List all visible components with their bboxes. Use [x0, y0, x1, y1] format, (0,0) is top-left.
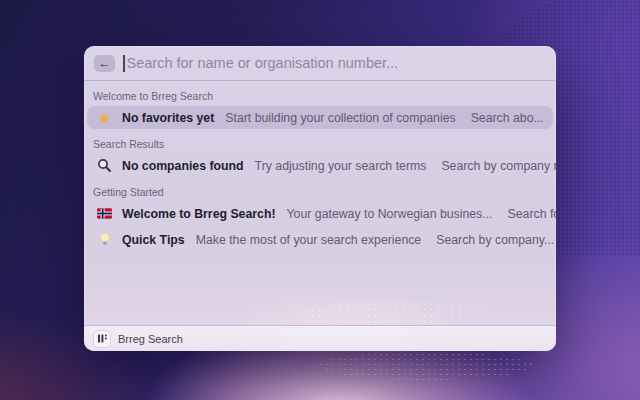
magnifier-icon [96, 158, 113, 173]
row-title: Quick Tips [122, 233, 185, 247]
list-item-quick-tips[interactable]: Quick Tips Make the most of your search … [87, 228, 553, 251]
search-bar: ← Search for name or organisation number… [84, 46, 556, 80]
list-item-no-favorites[interactable]: ★ No favorites yet Start building your c… [87, 106, 553, 129]
desktop-sparkle-texture [318, 352, 533, 380]
row-accessory: Search abo... [471, 111, 544, 125]
row-subtitle: Your gateway to Norwegian busines... [287, 207, 493, 221]
search-bar-divider [84, 80, 556, 81]
list-item-no-companies[interactable]: No companies found Try adjusting your se… [87, 154, 553, 177]
row-accessory: Search by company name [441, 159, 556, 173]
star-icon: ★ [96, 111, 113, 125]
back-arrow-icon: ← [99, 57, 111, 69]
search-window: ← Search for name or organisation number… [84, 46, 556, 351]
lightbulb-icon [96, 232, 113, 247]
row-subtitle: Make the most of your search experience [196, 233, 422, 247]
row-accessory: Search by company... [436, 233, 554, 247]
search-input[interactable]: Search for name or organisation number..… [127, 55, 547, 71]
list-item-welcome[interactable]: Welcome to Brreg Search! Your gateway to… [87, 202, 553, 225]
brreg-logo-icon [94, 331, 110, 347]
row-title: No companies found [122, 159, 244, 173]
section-header-getting-started: Getting Started [87, 186, 553, 199]
window-sparkle-texture [302, 301, 487, 325]
back-button[interactable]: ← [94, 55, 115, 72]
row-subtitle: Start building your collection of compan… [225, 111, 455, 125]
norway-flag-icon [96, 208, 113, 219]
row-accessory: Search for... [508, 207, 556, 221]
text-cursor [123, 55, 125, 72]
desktop-background: ← Search for name or organisation number… [0, 0, 640, 400]
footer-app-name: Brreg Search [118, 333, 183, 345]
section-header-search-results: Search Results [87, 138, 553, 151]
status-bar: Brreg Search [84, 325, 556, 351]
row-title: Welcome to Brreg Search! [122, 207, 276, 221]
row-title: No favorites yet [122, 111, 214, 125]
row-subtitle: Try adjusting your search terms [255, 159, 427, 173]
results-list: Welcome to Brreg Search ★ No favorites y… [84, 90, 556, 251]
section-header-welcome: Welcome to Brreg Search [87, 90, 553, 103]
